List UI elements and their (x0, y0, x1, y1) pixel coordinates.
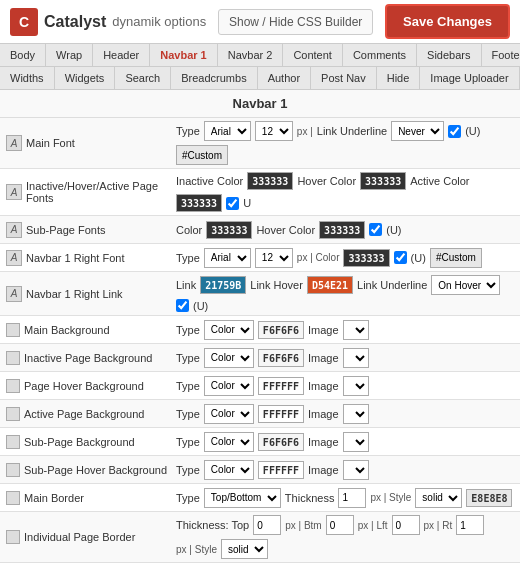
tab-footer[interactable]: Footer (482, 44, 520, 66)
border-lft-input[interactable] (392, 515, 420, 535)
border-top-input[interactable] (253, 515, 281, 535)
individual-border-style-select[interactable]: solid (221, 539, 268, 559)
save-changes-button[interactable]: Save Changes (385, 4, 510, 39)
icon-sq-subpage-bg (6, 435, 20, 449)
main-border-thickness[interactable] (338, 488, 366, 508)
label-inactive-page-bg: Inactive Page Background (6, 351, 176, 365)
label-subpage-fonts: A Sub-Page Fonts (6, 222, 176, 238)
main-bg-color-box[interactable]: F6F6F6 (258, 321, 304, 339)
row-subpage-bg: Sub-Page Background Type Color F6F6F6 Im… (0, 428, 520, 456)
tab-search[interactable]: Search (115, 67, 171, 89)
controls-main-bg: Type Color F6F6F6 Image (176, 320, 514, 340)
main-border-style-select[interactable]: solid (415, 488, 462, 508)
controls-subpage-bg: Type Color F6F6F6 Image (176, 432, 514, 452)
tab-breadcrumbs[interactable]: Breadcrumbs (171, 67, 257, 89)
controls-individual-page-border-1: Thickness: Top px | Btm px | Lft px | Rt… (176, 515, 514, 559)
icon-sq-inactive-bg (6, 351, 20, 365)
icon-sq-main-border (6, 491, 20, 505)
main-bg-type-select[interactable]: Color (204, 320, 254, 340)
inactive-hover-u-checkbox[interactable] (226, 197, 239, 210)
tab-body[interactable]: Body (0, 44, 46, 66)
subpage-hover-bg-image-select[interactable] (343, 460, 369, 480)
subpage-hover-color-box[interactable]: 333333 (319, 221, 365, 239)
active-bg-type-select[interactable]: Color (204, 404, 254, 424)
navbar1-link-color-box[interactable]: 21759B (200, 276, 246, 294)
subpage-bg-type-select[interactable]: Color (204, 432, 254, 452)
tab-author[interactable]: Author (258, 67, 311, 89)
icon-sq-subpage-hover-bg (6, 463, 20, 477)
row-main-bg: Main Background Type Color F6F6F6 Image (0, 316, 520, 344)
tab-widths[interactable]: Widths (0, 67, 55, 89)
navbar1-right-font-custom-btn[interactable]: #Custom (430, 248, 482, 268)
tab-widgets[interactable]: Widgets (55, 67, 116, 89)
inactive-bg-color-box[interactable]: F6F6F6 (258, 349, 304, 367)
subpage-bg-image-select[interactable] (343, 432, 369, 452)
icon-sq-individual-border-1 (6, 530, 20, 544)
nav-row-2: Widths Widgets Search Breadcrumbs Author… (0, 67, 520, 90)
navbar1-right-font-select[interactable]: Arial (204, 248, 251, 268)
row-main-font: A Main Font Type Arial 12 px | Link Unde… (0, 118, 520, 169)
icon-a-inactive: A (6, 184, 22, 200)
main-border-color-box[interactable]: E8E8E8 (466, 489, 512, 507)
icon-a-navbar1-link: A (6, 286, 22, 302)
icon-sq-hover-bg (6, 379, 20, 393)
subpage-hover-bg-type-select[interactable]: Color (204, 460, 254, 480)
icon-a-navbar1-right: A (6, 250, 22, 266)
inactive-color-box[interactable]: 333333 (247, 172, 293, 190)
main-font-select[interactable]: Arial (204, 121, 251, 141)
row-navbar1-right-link: A Navbar 1 Right Link Link 21759B Link H… (0, 272, 520, 316)
inactive-bg-type-select[interactable]: Color (204, 348, 254, 368)
border-btm-input[interactable] (326, 515, 354, 535)
navbar1-link-underline-select[interactable]: On Hover (431, 275, 500, 295)
controls-main-border: Type Top/Bottom Thickness px | Style sol… (176, 488, 514, 508)
tab-sidebars[interactable]: Sidebars (417, 44, 481, 66)
main-font-u-checkbox[interactable] (448, 125, 461, 138)
label-page-hover-bg: Page Hover Background (6, 379, 176, 393)
hover-bg-color-box[interactable]: FFFFFF (258, 377, 304, 395)
navbar1-link-hover-color-box[interactable]: D54E21 (307, 276, 353, 294)
logo-subtitle: dynamik options (112, 14, 206, 29)
tab-postnav[interactable]: Post Nav (311, 67, 377, 89)
main-font-custom-btn[interactable]: #Custom (176, 145, 228, 165)
row-main-border: Main Border Type Top/Bottom Thickness px… (0, 484, 520, 512)
subpage-bg-color-box[interactable]: F6F6F6 (258, 433, 304, 451)
tab-wrap[interactable]: Wrap (46, 44, 93, 66)
header: C Catalyst dynamik options Show / Hide C… (0, 0, 520, 44)
navbar1-right-font-color-box[interactable]: 333333 (343, 249, 389, 267)
active-color-box[interactable]: 333333 (176, 194, 222, 212)
border-rt-input[interactable] (456, 515, 484, 535)
subpage-color-box[interactable]: 333333 (206, 221, 252, 239)
tab-navbar1[interactable]: Navbar 1 (150, 44, 217, 66)
label-navbar1-right-link: A Navbar 1 Right Link (6, 286, 176, 302)
row-navbar1-right-font: A Navbar 1 Right Font Type Arial 12 px |… (0, 244, 520, 272)
tab-navbar2[interactable]: Navbar 2 (218, 44, 284, 66)
main-bg-image-select[interactable] (343, 320, 369, 340)
tab-content[interactable]: Content (283, 44, 343, 66)
page-title: Navbar 1 (0, 90, 520, 118)
main-font-size[interactable]: 12 (255, 121, 293, 141)
nav-row-1: Body Wrap Header Navbar 1 Navbar 2 Conte… (0, 44, 520, 67)
tab-hide[interactable]: Hide (377, 67, 421, 89)
tab-image-uploader[interactable]: Image Uploader (420, 67, 519, 89)
tab-header[interactable]: Header (93, 44, 150, 66)
hover-color-box[interactable]: 333333 (360, 172, 406, 190)
controls-inactive-hover-fonts: Inactive Color 333333 Hover Color 333333… (176, 172, 514, 212)
subpage-fonts-u-checkbox[interactable] (369, 223, 382, 236)
inactive-bg-image-select[interactable] (343, 348, 369, 368)
main-font-link-underline[interactable]: Never (391, 121, 444, 141)
label-inactive-hover-fonts: A Inactive/Hover/Active Page Fonts (6, 180, 176, 204)
icon-sq-main-bg (6, 323, 20, 337)
hover-bg-image-select[interactable] (343, 376, 369, 396)
subpage-hover-bg-color-box[interactable]: FFFFFF (258, 461, 304, 479)
active-bg-image-select[interactable] (343, 404, 369, 424)
navbar1-right-font-u-checkbox[interactable] (394, 251, 407, 264)
hover-bg-type-select[interactable]: Color (204, 376, 254, 396)
show-hide-builder-button[interactable]: Show / Hide CSS Builder (218, 9, 373, 35)
navbar1-right-font-size[interactable]: 12 (255, 248, 293, 268)
navbar1-link-u-checkbox[interactable] (176, 299, 189, 312)
controls-active-page-bg: Type Color FFFFFF Image (176, 404, 514, 424)
tab-comments[interactable]: Comments (343, 44, 417, 66)
main-border-type-select[interactable]: Top/Bottom (204, 488, 281, 508)
active-bg-color-box[interactable]: FFFFFF (258, 405, 304, 423)
icon-a-subpage: A (6, 222, 22, 238)
